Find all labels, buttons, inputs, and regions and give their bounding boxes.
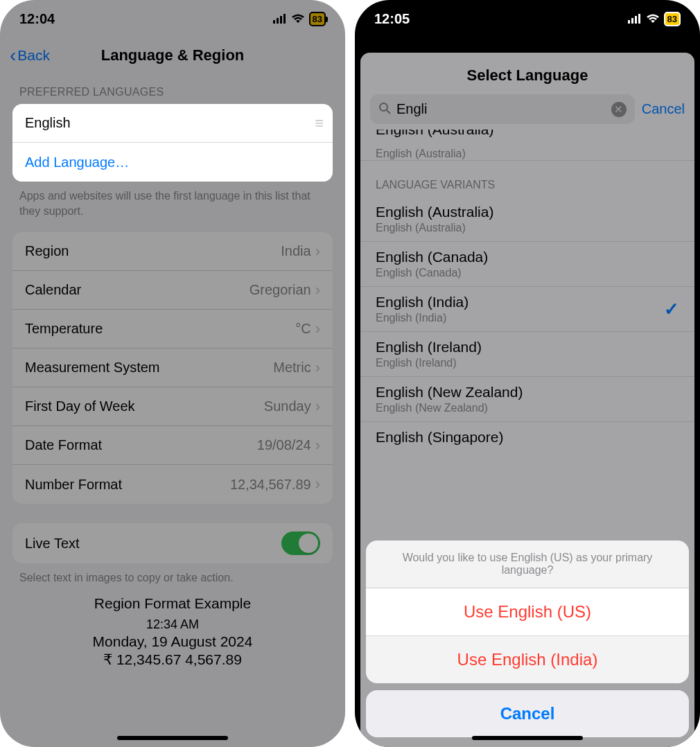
row-region[interactable]: Region India ›: [12, 232, 333, 271]
list-item[interactable]: English (India) English (India) ✓: [360, 287, 694, 332]
chevron-right-icon: ›: [315, 320, 320, 338]
chevron-right-icon: ›: [315, 281, 320, 299]
status-bar: 12:04 83: [0, 0, 345, 37]
status-icons: 83: [273, 12, 326, 26]
home-indicator[interactable]: [472, 736, 583, 740]
language-list: English (Australia) English (Australia) …: [360, 130, 694, 452]
svg-rect-1: [277, 18, 279, 24]
drag-handle-icon[interactable]: ≡: [315, 114, 320, 132]
row-english[interactable]: English ≡: [12, 104, 333, 143]
row-date-format[interactable]: Date Format 19/08/24 ›: [12, 426, 333, 465]
language-variants-header: LANGUAGE VARIANTS: [360, 161, 694, 197]
preferred-languages-header: PREFERRED LANGUAGES: [0, 73, 345, 104]
row-first-day[interactable]: First Day of Week Sunday ›: [12, 387, 333, 426]
home-indicator[interactable]: [117, 736, 228, 740]
row-live-text: Live Text: [12, 523, 333, 563]
region-settings-group: Region India › Calendar Gregorian › Temp…: [12, 232, 333, 504]
cellular-icon: [273, 14, 287, 24]
wifi-icon: [646, 14, 660, 24]
use-english-us-button[interactable]: Use English (US): [366, 588, 689, 636]
search-row: ✕ Cancel: [360, 94, 694, 130]
status-time: 12:05: [374, 11, 410, 27]
action-sheet-group: Would you like to use English (US) as yo…: [366, 541, 689, 683]
svg-rect-4: [628, 20, 630, 24]
action-sheet: Would you like to use English (US) as yo…: [366, 541, 689, 737]
add-language-label: Add Language…: [25, 155, 129, 170]
preferred-languages-footer: Apps and websites will use the first lan…: [0, 182, 345, 218]
wifi-icon: [291, 14, 305, 24]
select-language-sheet: Select Language ✕ Cancel English (Austra…: [360, 53, 694, 747]
nav-bar: ‹ Back Language & Region: [0, 37, 345, 73]
chevron-right-icon: ›: [315, 398, 320, 416]
action-sheet-cancel-button[interactable]: Cancel: [366, 690, 689, 737]
row-measurement-system[interactable]: Measurement System Metric ›: [12, 349, 333, 387]
live-text-group: Live Text: [12, 523, 333, 563]
svg-rect-6: [635, 16, 637, 24]
chevron-right-icon: ›: [315, 359, 320, 377]
list-item[interactable]: English (Australia) English (Australia): [360, 197, 694, 242]
checkmark-icon: ✓: [664, 299, 679, 320]
chevron-left-icon: ‹: [10, 46, 16, 65]
list-item[interactable]: English (Australia) English (Australia): [360, 130, 694, 161]
use-english-india-button[interactable]: Use English (India): [366, 636, 689, 683]
svg-line-9: [387, 110, 390, 114]
toggle-knob: [299, 534, 318, 553]
region-format-example: Region Format Example 12:34 AM Monday, 1…: [0, 586, 345, 679]
svg-rect-7: [638, 14, 640, 24]
chevron-right-icon: ›: [315, 437, 320, 455]
cellular-icon: [628, 14, 642, 24]
svg-rect-3: [283, 14, 286, 24]
screenshot-language-region: 12:04 83 ‹ Back Language & Region PREFER…: [0, 0, 345, 747]
sheet-title: Select Language: [360, 53, 694, 94]
battery-icon: 83: [664, 12, 681, 26]
chevron-right-icon: ›: [315, 243, 320, 261]
svg-rect-5: [631, 18, 633, 24]
list-item[interactable]: English (Singapore): [360, 422, 694, 452]
search-field[interactable]: ✕: [370, 94, 635, 124]
svg-point-8: [380, 103, 387, 111]
list-item[interactable]: English (Canada) English (Canada): [360, 242, 694, 287]
list-item[interactable]: English (Ireland) English (Ireland): [360, 332, 694, 377]
live-text-footer: Select text in images to copy or take ac…: [0, 563, 345, 586]
svg-rect-0: [273, 20, 275, 24]
battery-icon: 83: [309, 12, 326, 26]
search-input[interactable]: [396, 101, 606, 117]
preferred-languages-group: English ≡ Add Language…: [12, 104, 333, 182]
live-text-toggle[interactable]: [281, 531, 320, 555]
action-sheet-message: Would you like to use English (US) as yo…: [366, 541, 689, 588]
search-icon: [378, 102, 391, 117]
row-temperature[interactable]: Temperature °C ›: [12, 310, 333, 349]
chevron-right-icon: ›: [315, 475, 320, 493]
svg-rect-2: [280, 16, 282, 24]
search-cancel-button[interactable]: Cancel: [642, 101, 685, 117]
list-item[interactable]: English (New Zealand) English (New Zeala…: [360, 377, 694, 422]
status-bar: 12:05 83: [355, 0, 700, 37]
row-calendar[interactable]: Calendar Gregorian ›: [12, 271, 333, 310]
screenshot-select-language: 12:05 83 Select Language ✕ Cancel: [355, 0, 700, 747]
page-title: Language & Region: [101, 46, 245, 64]
back-button[interactable]: ‹ Back: [10, 46, 50, 65]
status-time: 12:04: [19, 11, 55, 27]
status-icons: 83: [628, 12, 681, 26]
row-number-format[interactable]: Number Format 12,34,567.89 ›: [12, 465, 333, 504]
clear-search-button[interactable]: ✕: [611, 102, 627, 117]
row-add-language[interactable]: Add Language…: [12, 143, 333, 182]
